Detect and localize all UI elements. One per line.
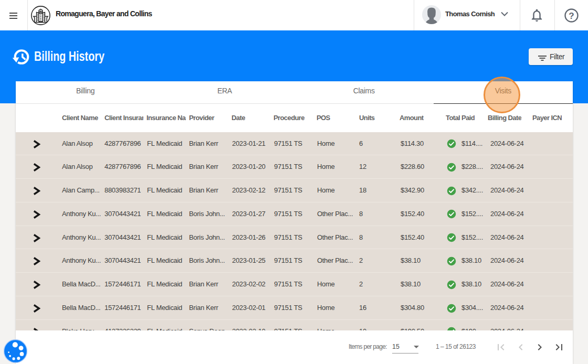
svg-text:?: ? xyxy=(569,11,574,21)
